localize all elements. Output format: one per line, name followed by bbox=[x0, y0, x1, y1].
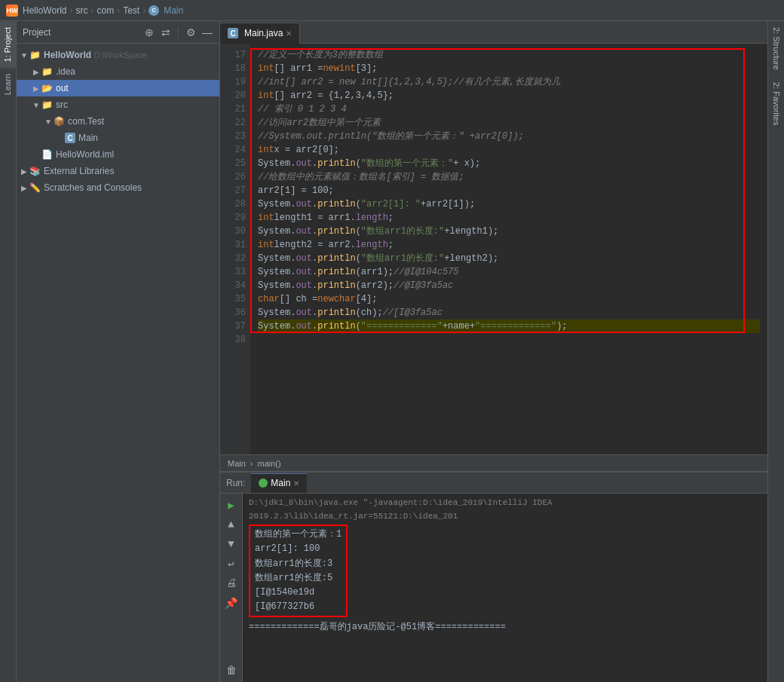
bottom-panel: Run: Main ✕ ▶ ▲ ▼ ↩ 🖨 📌 bbox=[220, 471, 767, 682]
breadcrumb-main: Main bbox=[228, 459, 246, 468]
sidebar-item-project[interactable]: 1: Project bbox=[0, 21, 16, 68]
tree-item-iml[interactable]: 📄 HelloWorld.iml bbox=[17, 146, 219, 163]
scroll-up-button[interactable]: ▲ bbox=[223, 516, 240, 533]
print-button[interactable]: 🖨 bbox=[223, 575, 240, 592]
java-file-icon: C bbox=[65, 133, 75, 143]
editor-tabs: C Main.java ✕ bbox=[220, 21, 767, 44]
editor-content: 1718192021222324252627282930313233343536… bbox=[220, 44, 767, 454]
code-line: //定义一个长度为3的整数数组 bbox=[258, 48, 760, 62]
collapse-icon[interactable]: ⇄ bbox=[160, 26, 172, 38]
console-cmd-line: D:\jdk1_8\bin\java.exe "-javaagent:D:\id… bbox=[249, 497, 761, 523]
code-line: System.out.println("数组的第一个元素：" + x); bbox=[258, 157, 760, 170]
folder-icon: 📁 bbox=[29, 50, 41, 60]
sidebar-item-learn[interactable]: Learn bbox=[0, 68, 16, 101]
code-line: System.out.println(arr1);//@I@104c575 bbox=[258, 265, 760, 279]
code-line: arr2[1] = 100; bbox=[258, 184, 760, 197]
sidebar-item-favorites[interactable]: 2: Favorites bbox=[768, 76, 784, 131]
line-numbers: 1718192021222324252627282930313233343536… bbox=[220, 44, 250, 454]
folder-src-icon: 📁 bbox=[41, 99, 53, 110]
run-tab-main[interactable]: Main ✕ bbox=[251, 473, 307, 493]
tree-item-scratches[interactable]: ▶ ✏️ Scratches and Consoles bbox=[17, 179, 219, 196]
console-line: arr2[1]: 100 bbox=[255, 542, 341, 556]
tree-arrow: ▼ bbox=[32, 101, 41, 109]
app-logo: HW bbox=[6, 5, 18, 17]
code-line: System.out.println("arr2[1]: " +arr2[1])… bbox=[258, 197, 760, 211]
tree-arrow: ▶ bbox=[20, 167, 29, 176]
code-line: int length1 = arr1.length; bbox=[258, 211, 760, 225]
tree-item-src[interactable]: ▼ 📁 src bbox=[17, 96, 219, 113]
console-output: D:\jdk1_8\bin\java.exe "-javaagent:D:\id… bbox=[243, 494, 767, 682]
code-line: char[] ch = new char[4]; bbox=[258, 292, 760, 306]
java-tab-icon: C bbox=[228, 28, 238, 38]
code-line: int x = arr2[0]; bbox=[258, 143, 760, 157]
iml-icon: 📄 bbox=[41, 149, 53, 160]
tab-main-java[interactable]: C Main.java ✕ bbox=[220, 23, 300, 44]
code-line: System.out.println(arr2);//@I@3fa5ac bbox=[258, 279, 760, 292]
tree-item-extlibs[interactable]: ▶ 📚 External Libraries bbox=[17, 163, 219, 179]
pin-button[interactable]: 📌 bbox=[223, 595, 240, 611]
console-line: 数组的第一个元素：1 bbox=[255, 528, 341, 542]
console-separator: =============磊哥的java历险记-@51博客===========… bbox=[249, 620, 761, 635]
add-icon[interactable]: ⊕ bbox=[143, 26, 155, 38]
minimize-icon[interactable]: — bbox=[201, 26, 213, 38]
folder-out-icon: 📂 bbox=[41, 83, 53, 93]
run-status-icon bbox=[259, 479, 268, 488]
code-line: //System.out.println("数组的第一个元素：" +arr2[0… bbox=[258, 130, 760, 143]
breadcrumb: HelloWorld › src › com › Test › C Main bbox=[23, 5, 183, 16]
left-side-panel: 1: Project Learn bbox=[0, 21, 17, 682]
tree-arrow: ▶ bbox=[32, 68, 41, 76]
toolbar-separator bbox=[178, 26, 179, 38]
clear-button[interactable]: 🗑 bbox=[223, 662, 240, 679]
code-line: //访问arr2数组中第一个元素 bbox=[258, 116, 760, 130]
editor-panel: C Main.java ✕ 17181920212223242526272829… bbox=[220, 21, 767, 682]
console-line: 数组arr1的长度:5 bbox=[255, 571, 341, 586]
tree-item-helloworld[interactable]: ▼ 📁 HelloWorld D:\WorkSpace bbox=[17, 47, 219, 63]
code-line: System.out.println("数组arr1的长度:" +length2… bbox=[258, 252, 760, 265]
project-toolbar: Project ⊕ ⇄ ⚙ — bbox=[17, 21, 219, 44]
tree-item-main[interactable]: C Main bbox=[17, 130, 219, 146]
project-tree: ▼ 📁 HelloWorld D:\WorkSpace ▶ 📁 .idea ▶ … bbox=[17, 44, 219, 682]
code-line: int length2 = arr2.length; bbox=[258, 238, 760, 252]
run-button[interactable]: ▶ bbox=[223, 497, 240, 513]
title-bar: HW HelloWorld › src › com › Test › C Mai… bbox=[0, 0, 784, 21]
code-area[interactable]: //定义一个长度为3的整数数组 int[] arr1 = new int[3];… bbox=[250, 44, 767, 454]
run-tab-close[interactable]: ✕ bbox=[293, 479, 299, 488]
run-tabs: Run: Main ✕ bbox=[220, 473, 767, 494]
scroll-down-button[interactable]: ▼ bbox=[223, 536, 240, 552]
tree-item-comtest[interactable]: ▼ 📦 com.Test bbox=[17, 113, 219, 130]
wrap-button[interactable]: ↩ bbox=[223, 555, 240, 572]
console-output-box: 数组的第一个元素：1arr2[1]: 100数组arr1的长度:3数组arr1的… bbox=[249, 524, 348, 617]
code-line: System.out.println("============="+name+… bbox=[258, 320, 760, 333]
tree-arrow: ▼ bbox=[20, 51, 29, 60]
run-label: Run: bbox=[220, 473, 251, 493]
tree-item-idea[interactable]: ▶ 📁 .idea bbox=[17, 63, 219, 80]
code-line: int[] arr2 = {1,2,3,4,5}; bbox=[258, 89, 760, 102]
project-panel: Project ⊕ ⇄ ⚙ — ▼ 📁 HelloWorld D:\WorkSp… bbox=[17, 21, 220, 682]
code-line: //int[] arr2 = new int[]{1,2,3,4,5};//有几… bbox=[258, 75, 760, 89]
code-line: System.out.println("数组arr1的长度:" +length1… bbox=[258, 225, 760, 238]
editor-breadcrumb: Main › main() bbox=[220, 454, 767, 471]
code-line: //给数组中的元素赋值：数组名[索引] = 数据值; bbox=[258, 170, 760, 184]
package-icon: 📦 bbox=[53, 116, 65, 127]
scratch-icon: ✏️ bbox=[29, 182, 41, 193]
run-sidebar: ▶ ▲ ▼ ↩ 🖨 📌 🗑 bbox=[220, 494, 243, 682]
panel-title: Project bbox=[23, 27, 51, 38]
console-line: [I@1540e19d bbox=[255, 586, 341, 600]
folder-icon: 📁 bbox=[41, 66, 53, 77]
tree-item-out[interactable]: ▶ 📂 out bbox=[17, 80, 219, 96]
right-side-panel: 2: Structure 2: Favorites bbox=[767, 21, 784, 682]
run-content: ▶ ▲ ▼ ↩ 🖨 📌 🗑 D:\jdk1_8\bin\java.exe "-j… bbox=[220, 494, 767, 682]
sidebar-item-structure[interactable]: 2: Structure bbox=[768, 21, 784, 76]
console-line: 数组arr1的长度:3 bbox=[255, 557, 341, 571]
settings-icon[interactable]: ⚙ bbox=[185, 26, 197, 38]
code-line: // 索引 0 1 2 3 4 bbox=[258, 102, 760, 116]
tree-arrow: ▶ bbox=[32, 84, 41, 93]
code-line bbox=[258, 333, 760, 347]
tab-close-button[interactable]: ✕ bbox=[286, 29, 292, 38]
code-line: int[] arr1 = new int[3]; bbox=[258, 62, 760, 75]
java-class-icon: C bbox=[149, 5, 159, 16]
tree-arrow: ▼ bbox=[44, 118, 53, 126]
console-line: [I@677327b6 bbox=[255, 600, 341, 614]
code-line: System.out.println(ch);//[I@3fa5ac bbox=[258, 306, 760, 320]
breadcrumb-main-method: main() bbox=[258, 459, 281, 468]
